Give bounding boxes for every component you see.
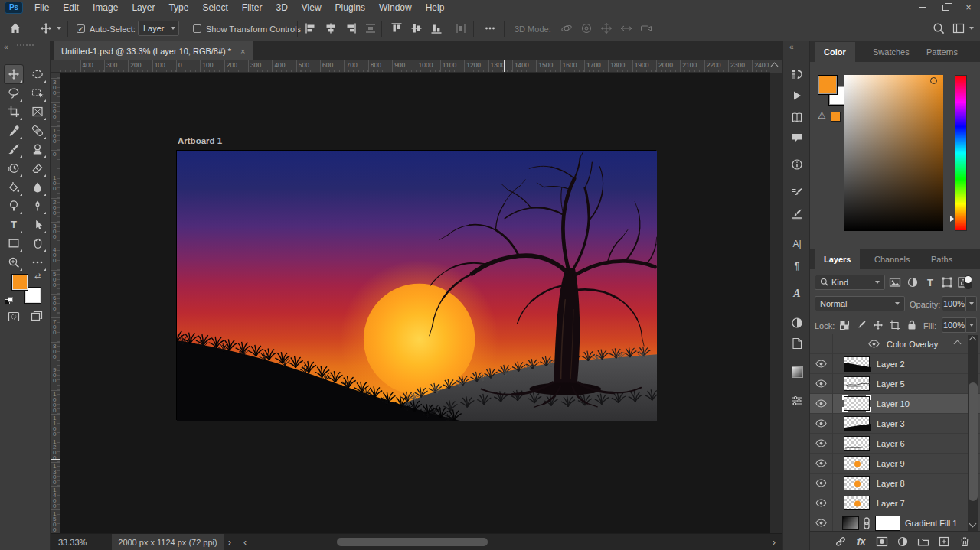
close-tab-icon[interactable]: × [240, 47, 245, 56]
align-left-icon[interactable] [303, 21, 318, 36]
filter-image-icon[interactable] [888, 275, 902, 289]
menu-item-3d[interactable]: 3D [269, 0, 294, 15]
gradient-thumbnail[interactable] [842, 516, 859, 530]
tool-object-select[interactable] [28, 84, 47, 103]
tool-eraser[interactable] [28, 159, 47, 177]
lock-all-icon[interactable] [905, 318, 919, 332]
delete-layer-icon[interactable] [958, 535, 972, 548]
panel-icon-properties[interactable] [788, 392, 806, 410]
artboard-canvas[interactable] [176, 150, 656, 420]
default-colors-icon[interactable] [5, 297, 13, 306]
lock-position-icon[interactable] [871, 318, 885, 332]
move-tool-icon[interactable] [38, 21, 54, 36]
panel-icon-styles[interactable] [788, 334, 806, 353]
visibility-toggle[interactable] [810, 414, 833, 434]
tab-color[interactable]: Color [815, 42, 855, 62]
fill-value[interactable]: 100% [942, 317, 966, 333]
opacity-value[interactable]: 100% [942, 296, 966, 311]
tool-clone[interactable] [28, 140, 47, 158]
photoshop-logo[interactable]: Ps [5, 2, 23, 14]
layer-thumbnail[interactable] [844, 476, 870, 490]
menu-item-window[interactable]: Window [372, 0, 419, 15]
panel-icon-history[interactable] [788, 65, 806, 83]
tool-hand[interactable] [28, 234, 47, 252]
foreground-color-swatch[interactable] [11, 274, 28, 291]
layer-mask-thumbnail[interactable] [875, 516, 900, 531]
distribute-vertical-icon[interactable] [453, 21, 469, 36]
horizontal-scrollbar[interactable] [242, 536, 770, 548]
layer-effect-row[interactable]: Color Overlay [810, 334, 980, 354]
more-options-icon[interactable] [482, 21, 498, 36]
auto-select-checkbox[interactable]: ✓ [77, 24, 85, 33]
tab-channels[interactable]: Channels [865, 249, 919, 269]
panel-icon-brushes[interactable] [788, 205, 806, 223]
distribute-horizontal-icon[interactable] [363, 21, 378, 36]
panel-icon-actions[interactable] [788, 86, 806, 105]
scroll-down-icon[interactable] [969, 520, 977, 528]
tool-crop[interactable] [5, 103, 23, 121]
tab-paths[interactable]: Paths [922, 249, 962, 269]
document-tab[interactable]: Untitled-1.psd @ 33.3% (Layer 10, RGB/8#… [54, 41, 253, 60]
layers-scrollbar[interactable] [968, 335, 978, 531]
align-bottom-icon[interactable] [429, 21, 444, 36]
visibility-toggle[interactable] [810, 354, 833, 374]
blend-mode-dropdown[interactable]: Normal [815, 296, 905, 311]
layer-row[interactable]: Gradient Fill 1 [810, 513, 980, 531]
tab-swatches[interactable]: Swatches [864, 42, 919, 62]
panel-icon-libraries[interactable] [788, 108, 806, 126]
gamut-color-swatch[interactable] [831, 112, 841, 122]
tool-frame[interactable] [28, 103, 47, 121]
layer-row[interactable]: Layer 8 [810, 474, 980, 493]
lock-transparency-icon[interactable] [838, 318, 851, 332]
tool-more[interactable] [28, 253, 47, 272]
adjustment-layer-icon[interactable] [896, 535, 910, 548]
menu-item-select[interactable]: Select [195, 0, 234, 15]
layer-mask-icon[interactable] [875, 535, 889, 548]
menu-item-layer[interactable]: Layer [125, 0, 162, 15]
color-picker-marker[interactable] [930, 77, 937, 84]
tab-layers[interactable]: Layers [815, 249, 860, 269]
panel-icon-info[interactable] [788, 155, 806, 174]
link-layers-icon[interactable] [834, 535, 848, 548]
opacity-dropdown-icon[interactable] [966, 296, 977, 311]
layer-thumbnail[interactable] [844, 356, 870, 371]
minimize-button[interactable] [911, 0, 934, 15]
chevron-down-icon[interactable] [57, 27, 61, 30]
canvas-pasteboard[interactable]: Artboard 1 [60, 73, 770, 533]
document-info[interactable]: 2000 px x 1124 px (72 ppi) [112, 534, 224, 550]
panel-icon-gradients[interactable] [788, 363, 806, 381]
menu-item-type[interactable]: Type [162, 0, 195, 15]
tool-history-brush[interactable] [5, 159, 23, 177]
tab-patterns[interactable]: Patterns [917, 42, 967, 62]
filter-adjustment-icon[interactable] [906, 275, 920, 289]
layer-effects-icon[interactable]: fx [854, 535, 868, 548]
tool-blur[interactable] [28, 178, 47, 197]
menu-item-file[interactable]: File [28, 0, 56, 15]
menu-item-filter[interactable]: Filter [235, 0, 270, 15]
menu-item-image[interactable]: Image [86, 0, 125, 15]
tool-pen[interactable] [28, 197, 47, 215]
panel-icon-comments[interactable] [788, 129, 806, 147]
layer-row[interactable]: Layer 6 [810, 434, 980, 454]
gamut-warning-icon[interactable]: ⚠ [818, 110, 826, 121]
visibility-toggle[interactable] [810, 374, 833, 394]
visibility-toggle[interactable] [810, 513, 833, 532]
new-layer-icon[interactable] [937, 535, 951, 548]
tool-healing[interactable] [28, 122, 47, 140]
panel-icon-paragraph[interactable]: ¶ [788, 256, 806, 275]
tool-brush[interactable] [5, 140, 23, 158]
chevron-down-icon[interactable] [969, 27, 974, 30]
collapse-canvas-icon[interactable] [772, 63, 777, 69]
tools-drag-handle[interactable] [17, 44, 34, 46]
screen-mode-icon[interactable] [31, 311, 43, 324]
align-right-icon[interactable] [343, 21, 358, 36]
filtering-toggle[interactable] [964, 275, 972, 289]
tool-marquee[interactable] [28, 65, 47, 83]
layer-row[interactable]: Layer 5 [810, 374, 980, 394]
layer-row[interactable]: Layer 9 [810, 454, 980, 474]
filter-shape-icon[interactable] [940, 275, 954, 289]
saturation-brightness-field[interactable] [844, 75, 943, 231]
align-top-icon[interactable] [389, 21, 404, 36]
hue-slider[interactable] [955, 75, 967, 231]
close-button[interactable]: × [957, 0, 980, 15]
